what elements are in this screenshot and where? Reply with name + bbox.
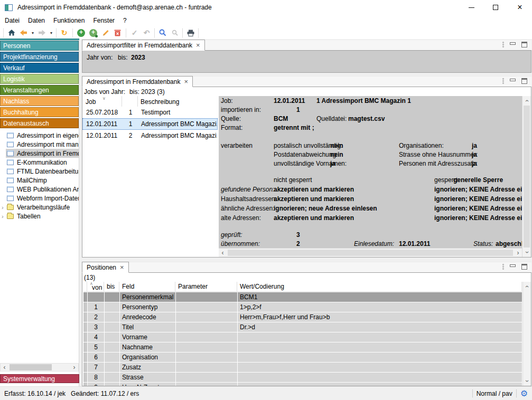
sidebar-section-datenaustausch[interactable]: Datenaustausch	[0, 118, 79, 128]
sidebar-section-personen[interactable]: Personen	[0, 41, 79, 51]
window-close-button[interactable]: ×	[508, 0, 532, 15]
row-selector[interactable]	[83, 383, 87, 386]
sidebar-horizontal-scrollbar[interactable]: ‹ ›	[0, 363, 79, 372]
sidebar-section-verkauf[interactable]: Verkauf	[0, 63, 79, 73]
sidebar-item-webform-import[interactable]: Webform Import-Daten	[0, 194, 79, 203]
menu-fenster[interactable]: Fenster	[89, 15, 119, 26]
tab-close-icon[interactable]: ×	[120, 263, 124, 271]
panel-menu-icon[interactable]	[502, 42, 504, 47]
expander-icon[interactable]: ›	[2, 204, 7, 211]
back-button[interactable]	[17, 27, 30, 39]
sidebar-item-mailchimp[interactable]: MailChimp	[0, 176, 79, 185]
position-row[interactable]: 3 Titel Dr.>d	[83, 322, 522, 332]
sidebar-item-web-publikationen[interactable]: WEB Publikationen An-	[0, 185, 79, 194]
row-selector[interactable]	[83, 332, 87, 342]
settings-gear-icon[interactable]: ⚙	[520, 389, 528, 398]
column-header-wert[interactable]: Wert/Codierung	[238, 282, 522, 291]
panel-menu-icon[interactable]	[502, 264, 504, 270]
panel-maximize-icon[interactable]	[521, 42, 527, 47]
panel-menu-icon[interactable]	[502, 78, 504, 84]
panel-maximize-icon[interactable]	[521, 264, 527, 270]
column-header-parameter[interactable]: Parameter	[176, 282, 237, 291]
sidebar-section-projektfinanzierung[interactable]: Projektfinanzierung	[0, 52, 79, 62]
window-minimize-button[interactable]	[459, 0, 483, 15]
position-row[interactable]: 7 Zusatz	[83, 363, 522, 372]
column-header-beschreibung[interactable]: Beschreibung	[138, 96, 218, 107]
details-horizontal-scrollbar[interactable]: ‹ ›	[219, 248, 522, 257]
home-button[interactable]	[5, 27, 17, 39]
position-row[interactable]: 5 Nachname	[83, 342, 522, 352]
tab-close-icon[interactable]: ×	[184, 78, 188, 85]
back-dropdown-button[interactable]: ▾	[30, 27, 36, 39]
row-selector[interactable]	[83, 353, 87, 362]
panel-minimize-icon[interactable]	[510, 42, 516, 45]
position-row[interactable]: 2 Anredecode Herr>m,Frau>f,Herr und Frau…	[83, 312, 522, 322]
column-header-nr[interactable]	[122, 96, 138, 107]
row-selector[interactable]	[83, 302, 87, 312]
panel-minimize-icon[interactable]	[510, 79, 516, 81]
search-button[interactable]	[156, 27, 169, 39]
add-copy-button[interactable]: +	[87, 27, 99, 39]
sidebar-item-adressimport-manuell[interactable]: Adressimport mit manu	[0, 140, 79, 149]
bis-value[interactable]: 2023	[131, 54, 145, 61]
row-selector[interactable]	[83, 322, 87, 332]
position-row[interactable]: 8 Strasse	[83, 373, 522, 382]
tab-close-icon[interactable]: ×	[196, 41, 200, 49]
panel-maximize-icon[interactable]	[521, 78, 527, 84]
panel-minimize-icon[interactable]	[510, 264, 516, 267]
edit-button[interactable]	[99, 27, 111, 39]
window-maximize-button[interactable]	[483, 0, 508, 15]
row-selector[interactable]	[83, 363, 87, 372]
expander-icon[interactable]: ›	[2, 213, 7, 220]
position-row[interactable]: 1 Personentyp 1>p,2>f	[83, 302, 522, 312]
row-selector[interactable]	[83, 373, 87, 382]
position-row[interactable]: 6 Organisation	[83, 353, 522, 362]
scrollbar-thumb[interactable]	[228, 250, 513, 256]
scroll-down-icon[interactable]: ›	[524, 377, 531, 385]
scroll-up-icon[interactable]: ‹	[523, 97, 530, 105]
details-vertical-scrollbar[interactable]: ‹ ›	[522, 96, 531, 257]
row-selector[interactable]	[83, 292, 87, 302]
positionen-vertical-scrollbar[interactable]: ‹ ›	[522, 282, 531, 386]
scrollbar-thumb[interactable]	[10, 364, 52, 370]
menu-daten[interactable]: Daten	[24, 15, 49, 26]
tab-positionen[interactable]: Positionen ×	[82, 262, 129, 273]
position-row[interactable]: 9 HausNrZusatz	[83, 383, 522, 386]
sidebar-item-adressimport-eigene[interactable]: Adressimport in eigene	[0, 131, 79, 140]
scroll-down-icon[interactable]: ›	[523, 249, 530, 256]
menu-hilfe[interactable]: ?	[119, 15, 131, 26]
sidebar-section-logistik[interactable]: Logistik	[0, 74, 79, 84]
menu-datei[interactable]: Datei	[1, 15, 24, 26]
job-row[interactable]: 25.07.2018 1 Testimport	[82, 107, 218, 118]
scroll-right-icon[interactable]: ›	[70, 364, 78, 371]
menu-funktionen[interactable]: Funktionen	[49, 15, 89, 26]
forward-dropdown-button[interactable]: ▾	[48, 27, 54, 39]
column-header-feld[interactable]: Feld	[120, 282, 175, 291]
search-secondary-button[interactable]	[169, 27, 181, 39]
sidebar-folder-tabellen[interactable]: ›Tabellen	[0, 212, 79, 221]
sidebar-item-adressimport-fremd[interactable]: Adressimport in Fremd	[0, 149, 79, 158]
position-row-selected[interactable]: Personenmerkmal BCM1	[83, 292, 522, 302]
sidebar-item-ftml-datenbearbeitung[interactable]: FTML Datenbearbeitun	[0, 167, 79, 176]
sidebar-section-buchhaltung[interactable]: Buchhaltung	[0, 107, 79, 117]
scrollbar-thumb[interactable]	[524, 106, 530, 247]
scroll-left-icon[interactable]: ‹	[1, 364, 8, 371]
sidebar-item-e-kommunikation[interactable]: E-Kommunikation	[0, 158, 79, 167]
row-selector[interactable]	[83, 342, 87, 352]
sidebar-folder-verarbeitungslaeufe[interactable]: ›Verarbeitungsläufe	[0, 203, 79, 212]
refresh-button[interactable]: ↻	[58, 27, 70, 39]
undo-button[interactable]: ↶	[141, 27, 153, 39]
sidebar-section-veranstaltungen[interactable]: Veranstaltungen	[0, 85, 79, 95]
scroll-right-icon[interactable]: ›	[514, 249, 522, 256]
job-row[interactable]: 12.01.2011 2 Adressimport BMC Magazi...	[82, 130, 218, 141]
sidebar-section-systemverwaltung[interactable]: Systemverwaltung	[0, 374, 79, 383]
tab-adressimport-fremddatenbank[interactable]: Adressimport in Fremddatenbank ×	[82, 76, 193, 87]
position-row[interactable]: 4 Vorname	[83, 332, 522, 342]
print-button[interactable]	[184, 27, 197, 39]
sidebar-section-nachlass[interactable]: Nachlass	[0, 96, 79, 106]
row-selector[interactable]	[83, 312, 87, 322]
scroll-up-icon[interactable]: ‹	[524, 283, 531, 291]
scroll-left-icon[interactable]: ‹	[219, 249, 227, 256]
tab-adressimportfilter[interactable]: Adressimportfilter in Fremddatenbank ×	[82, 40, 205, 51]
delete-button[interactable]	[111, 27, 124, 39]
